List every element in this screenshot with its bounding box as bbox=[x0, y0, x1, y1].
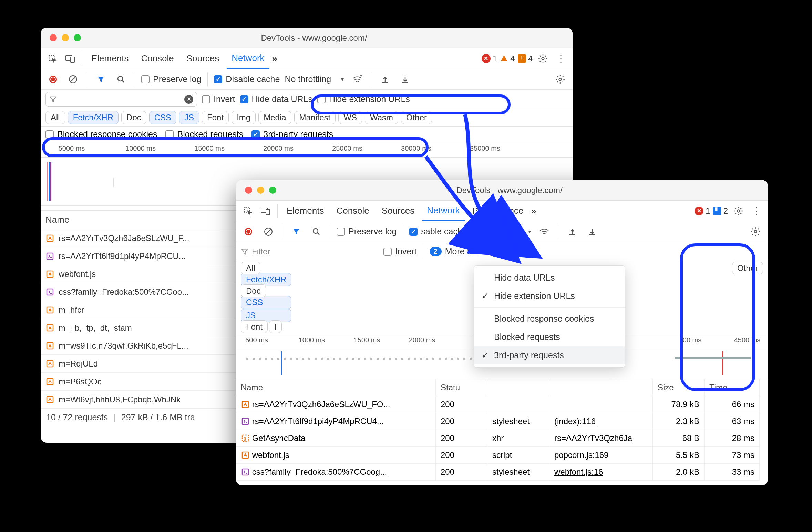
cell-name[interactable]: rs=AA2YrTt6lf9d1pi4yP4MpRCU4... bbox=[236, 413, 436, 430]
chip-ws[interactable]: WS bbox=[338, 111, 362, 124]
chip-manifest[interactable]: Manifest bbox=[294, 111, 336, 124]
cell-initiator[interactable] bbox=[549, 396, 653, 413]
column-header[interactable] bbox=[487, 379, 549, 396]
search-icon[interactable] bbox=[309, 224, 324, 239]
tab-sources[interactable]: Sources bbox=[182, 49, 224, 68]
chip-other[interactable]: Other bbox=[732, 262, 763, 274]
request-table[interactable]: NameStatuSizeTime rs=AA2YrTv3Qzh6Ja6eSLz… bbox=[236, 379, 768, 481]
more-tabs-icon[interactable]: » bbox=[531, 205, 536, 217]
filter-icon[interactable] bbox=[93, 72, 109, 87]
throttling-select[interactable]: No throttling ▼ bbox=[285, 74, 345, 84]
invert-checkbox[interactable]: Invert bbox=[202, 94, 235, 104]
warning-count[interactable]: 4 bbox=[500, 54, 515, 63]
upload-har-icon[interactable] bbox=[565, 224, 580, 239]
tab-console[interactable]: Console bbox=[136, 49, 178, 68]
throttling-select[interactable]: No throttling ▼ bbox=[472, 227, 532, 237]
chip-img[interactable]: Img bbox=[232, 111, 256, 124]
tab-elements[interactable]: Elements bbox=[86, 49, 133, 68]
chip-wasm[interactable]: Wasm bbox=[365, 111, 398, 124]
tab-elements[interactable]: Elements bbox=[282, 201, 329, 220]
filter-input[interactable]: ✕ bbox=[45, 92, 197, 107]
tab-network[interactable]: Network bbox=[227, 49, 269, 69]
chip-i[interactable]: I bbox=[269, 320, 282, 333]
filter-input[interactable]: Filter bbox=[241, 247, 379, 257]
error-count[interactable]: ✕1 bbox=[695, 206, 710, 216]
issues-count[interactable]: !4 bbox=[518, 54, 533, 63]
cell-initiator[interactable]: popcorn.js:169 bbox=[549, 447, 653, 464]
chip-doc[interactable]: Doc bbox=[121, 111, 146, 124]
tab-network[interactable]: Network bbox=[422, 201, 464, 221]
close-icon[interactable] bbox=[245, 187, 252, 194]
error-count[interactable]: ✕1 bbox=[482, 54, 497, 63]
close-icon[interactable] bbox=[50, 34, 57, 41]
preserve-log-checkbox[interactable]: Preserve log bbox=[337, 227, 397, 237]
column-header[interactable]: Name bbox=[236, 379, 436, 396]
device-toggle-icon[interactable] bbox=[258, 203, 273, 219]
chip-all[interactable]: All bbox=[45, 111, 65, 124]
tab-console[interactable]: Console bbox=[331, 201, 374, 220]
cell-initiator[interactable]: (index):116 bbox=[549, 413, 653, 430]
chip-other[interactable]: Other bbox=[401, 111, 432, 124]
network-conditions-icon[interactable] bbox=[537, 224, 552, 239]
hide-data-urls-checkbox[interactable]: Hide data URLs bbox=[240, 94, 312, 104]
popover-hide-extension-urls[interactable]: ✓Hide extension URLs bbox=[474, 287, 625, 305]
record-button[interactable] bbox=[45, 72, 61, 87]
cell-name[interactable]: {} GetAsyncData bbox=[236, 430, 436, 447]
record-button[interactable] bbox=[241, 224, 256, 239]
zoom-icon[interactable] bbox=[269, 187, 276, 194]
more-filters-button[interactable]: 2 More filters ▼ bbox=[430, 247, 496, 257]
disable-cache-checkbox[interactable]: Disable cache bbox=[214, 74, 280, 84]
chip-media[interactable]: Media bbox=[258, 111, 291, 124]
clear-icon[interactable] bbox=[65, 72, 81, 87]
inspect-icon[interactable] bbox=[45, 51, 60, 66]
popover-hide-data-urls[interactable]: Hide data URLs bbox=[474, 269, 625, 287]
settings-icon[interactable] bbox=[731, 203, 746, 219]
upload-har-icon[interactable] bbox=[378, 72, 393, 87]
tab-performance[interactable]: Performance bbox=[467, 201, 528, 220]
chip-css[interactable]: CSS bbox=[241, 296, 291, 309]
column-header[interactable]: Time bbox=[705, 379, 760, 396]
chip-font[interactable]: Font bbox=[241, 320, 268, 333]
preserve-log-checkbox[interactable]: Preserve log bbox=[141, 74, 201, 84]
chip-font[interactable]: Font bbox=[202, 111, 229, 124]
more-tabs-icon[interactable]: » bbox=[272, 53, 278, 64]
invert-checkbox[interactable]: Invert bbox=[383, 247, 417, 257]
chip-css[interactable]: CSS bbox=[149, 111, 176, 124]
third-party-requests-checkbox[interactable]: 3rd-party requests bbox=[251, 129, 333, 139]
minimize-icon[interactable] bbox=[62, 34, 69, 41]
device-toggle-icon[interactable] bbox=[63, 51, 78, 66]
chip-all[interactable]: All bbox=[241, 262, 260, 274]
network-conditions-icon[interactable] bbox=[350, 72, 365, 87]
column-header[interactable] bbox=[549, 379, 653, 396]
download-har-icon[interactable] bbox=[398, 72, 413, 87]
blocked-requests-checkbox[interactable]: Blocked requests bbox=[165, 129, 243, 139]
column-header[interactable]: Size bbox=[653, 379, 705, 396]
kebab-icon[interactable]: ⋮ bbox=[749, 203, 764, 219]
filter-icon[interactable] bbox=[289, 224, 304, 239]
popover-blocked-requests[interactable]: Blocked requests bbox=[474, 328, 625, 346]
search-icon[interactable] bbox=[113, 72, 129, 87]
kebab-icon[interactable]: ⋮ bbox=[553, 51, 568, 66]
column-header[interactable]: Statu bbox=[436, 379, 487, 396]
settings-icon[interactable] bbox=[535, 51, 551, 66]
minimize-icon[interactable] bbox=[257, 187, 264, 194]
network-settings-icon[interactable] bbox=[553, 72, 568, 87]
chip-doc[interactable]: Doc bbox=[241, 284, 266, 297]
chip-js[interactable]: JS bbox=[179, 111, 199, 124]
chip-fetch-xhr[interactable]: Fetch/XHR bbox=[68, 111, 119, 124]
cell-name[interactable]: webfont.js bbox=[236, 447, 436, 464]
blocked-response-cookies-checkbox[interactable]: Blocked response cookies bbox=[45, 129, 157, 139]
tab-sources[interactable]: Sources bbox=[377, 201, 419, 220]
cell-initiator[interactable]: webfont.js:16 bbox=[549, 464, 653, 481]
zoom-icon[interactable] bbox=[74, 34, 81, 41]
clear-icon[interactable] bbox=[261, 224, 276, 239]
cell-name[interactable]: css?family=Fredoka:500%7CGoog... bbox=[236, 464, 436, 481]
network-settings-icon[interactable] bbox=[748, 224, 763, 239]
cell-initiator[interactable]: rs=AA2YrTv3Qzh6Ja bbox=[549, 430, 653, 447]
popover-blocked-response-cookies[interactable]: Blocked response cookies bbox=[474, 310, 625, 328]
hide-extension-urls-checkbox[interactable]: Hide extension URLs bbox=[317, 94, 410, 104]
cell-name[interactable]: rs=AA2YrTv3Qzh6Ja6eSLzWU_FO... bbox=[236, 396, 436, 413]
popover-3rd-party-requests[interactable]: ✓3rd-party requests bbox=[474, 346, 625, 364]
disable-cache-checkbox[interactable]: sable cache bbox=[409, 227, 467, 237]
message-count[interactable]: ▘2 bbox=[713, 206, 728, 216]
